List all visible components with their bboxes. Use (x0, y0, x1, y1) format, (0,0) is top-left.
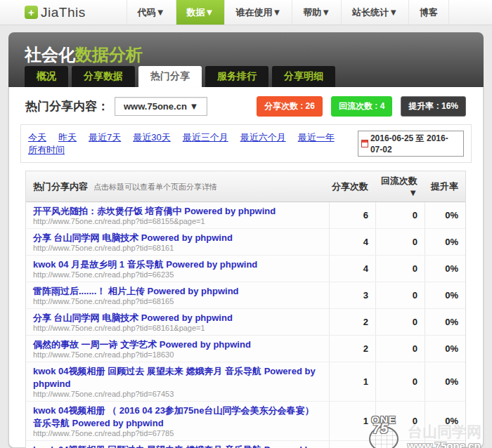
time-range-link[interactable]: 最近六个月 (240, 132, 286, 143)
row-return-count: 0 (375, 202, 425, 228)
row-share-count: 4 (329, 256, 375, 282)
content-header-label: 热门分享内容 (33, 181, 88, 192)
row-share-count: 2 (329, 336, 375, 362)
row-rate: 0% (425, 402, 465, 440)
row-content-cell: 偶然的事故 一周一诗 文学艺术 Powered by phpwind http:… (26, 336, 329, 362)
row-title-link[interactable]: kwok 04视频相册 回顾过去 展望未来 嫦娥奔月 音乐导航 Powered … (33, 366, 316, 389)
row-url: http://www.75one.cn/read.php?tid=67453 (33, 390, 323, 399)
table-row: 分享 台山同学网 电脑技术 Powered by phpwind http://… (26, 309, 465, 336)
row-title-link[interactable]: kwok 04 月是故乡明 1 音乐导航 Powered by phpwind (33, 259, 257, 270)
row-return-count: 0 (375, 336, 425, 362)
time-range-link[interactable]: 最近三个月 (183, 132, 228, 143)
row-title-link[interactable]: 分享 台山同学网 电脑技术 Powered by phpwind (33, 232, 233, 243)
row-url: http://www.75one.cn/read.php?tid=18630 (33, 350, 323, 360)
calendar-icon (361, 140, 368, 147)
filter-row: 热门分享内容： www.75one.cn ▼ 分享次数 : 26回流次数 : 4… (9, 87, 483, 124)
time-filter-bar: 今天昨天最近7天最近30天最近三个月最近六个月最近一年所有时间 2016-06-… (20, 124, 472, 163)
hot-share-table: 热门分享内容点击标题可以查看单个页面分享详情 分享次数 回流次数 ▼ 提升率 开… (25, 171, 466, 448)
time-range-link[interactable]: 今天 (28, 132, 46, 143)
column-header-content: 热门分享内容点击标题可以查看单个页面分享详情 (26, 180, 329, 193)
tab[interactable]: 分享数据 (72, 66, 135, 87)
stat-badges: 分享次数 : 26回流次数 : 4提升率 : 16% (248, 96, 466, 117)
row-content-cell: kwok 04视频相册 （ 2016 04 23参加75ne台山同学会美东分会春… (26, 402, 329, 440)
time-range-link[interactable]: 昨天 (58, 132, 77, 143)
row-rate: 0% (425, 336, 465, 362)
row-url: http://www.75one.cn/read.php?tid=68165 (33, 297, 323, 306)
row-return-count: 0 (375, 309, 425, 335)
column-header-rate[interactable]: 提升率 (425, 180, 465, 193)
column-header-share-count[interactable]: 分享次数 (329, 180, 375, 193)
row-title-link[interactable]: 雷阵雨过后.......！ 相片上传 Powered by phpwind (33, 286, 239, 296)
nav-menu-item[interactable]: 数据▼ (176, 0, 226, 25)
content-header-hint: 点击标题可以查看单个页面分享详情 (93, 183, 217, 191)
page-title-white: 社会化 (25, 45, 75, 64)
row-rate: 0% (425, 441, 465, 448)
tab[interactable]: 热门分享 (138, 66, 202, 87)
table-header-row: 热门分享内容点击标题可以查看单个页面分享详情 分享次数 回流次数 ▼ 提升率 (26, 171, 465, 202)
nav-menu-item[interactable]: 帮助▼ (292, 0, 342, 25)
table-row: 开平风光随拍：赤坎煲仔饭 培育僑中 Powered by phpwind htt… (26, 202, 465, 229)
row-content-cell: 分享 台山同学网 电脑技术 Powered by phpwind http://… (26, 309, 329, 335)
row-share-count: 4 (329, 229, 375, 255)
row-share-count: 1 (329, 441, 375, 448)
table-row: 雷阵雨过后.......！ 相片上传 Powered by phpwind ht… (26, 282, 465, 309)
jiathis-logo[interactable]: + JiaThis (0, 0, 98, 25)
row-rate: 0% (425, 362, 465, 401)
row-return-count: 0 (375, 282, 425, 308)
row-rate: 0% (425, 229, 465, 255)
date-range-value: 2016-06-25 至 2016-07-02 (370, 133, 459, 154)
row-url: http://www.75one.cn/read.php?tid=68161 (33, 244, 323, 253)
page-container: 社会化数据分析 概况分享数据热门分享服务排行分享明细 热门分享内容： www.7… (8, 32, 484, 448)
table-row: kwok 04 月是故乡明 1 音乐导航 Powered by phpwind … (26, 256, 465, 282)
row-content-cell: kwok 04视频相册 回顾过去 展望未来 嫦娥奔月 音乐导航 Powered … (26, 441, 329, 448)
row-share-count: 2 (329, 309, 375, 335)
row-content-cell: 开平风光随拍：赤坎煲仔饭 培育僑中 Powered by phpwind htt… (26, 202, 329, 228)
hero-header: 社会化数据分析 概况分享数据热门分享服务排行分享明细 (8, 32, 484, 87)
row-url: http://www.75one.cn/read.php?tid=68161&p… (33, 324, 323, 333)
page-title: 社会化数据分析 (8, 32, 484, 66)
row-share-count: 6 (329, 202, 375, 228)
date-range-input[interactable]: 2016-06-25 至 2016-07-02 (358, 131, 464, 157)
row-rate: 0% (425, 202, 465, 228)
row-share-count: 3 (329, 282, 375, 308)
top-navigation-bar: + JiaThis 代码▼数据▼谁在使用▼帮助▼站长统计▼博客 (0, 0, 492, 25)
time-range-link[interactable]: 最近30天 (133, 132, 170, 143)
section-label: 热门分享内容： (25, 98, 109, 114)
tab[interactable]: 分享明细 (272, 66, 335, 87)
logo-text: JiaThis (41, 5, 86, 20)
row-title-link[interactable]: kwok 04视频相册 （ 2016 04 23参加75ne台山同学会美东分会春… (33, 405, 314, 428)
row-title-link[interactable]: 开平风光随拍：赤坎煲仔饭 培育僑中 Powered by phpwind (33, 206, 276, 216)
time-range-link[interactable]: 所有时间 (28, 145, 65, 155)
table-body: 开平风光随拍：赤坎煲仔饭 培育僑中 Powered by phpwind htt… (26, 202, 465, 448)
table-row: kwok 04视频相册 回顾过去 展望未来 嫦娥奔月 音乐导航 Powered … (26, 441, 465, 448)
nav-menu-item[interactable]: 代码▼ (127, 0, 176, 25)
row-return-count: 0 (375, 256, 425, 282)
row-share-count: 1 (329, 362, 375, 401)
row-title-link[interactable]: 偶然的事故 一周一诗 文学艺术 Powered by phpwind (33, 339, 251, 350)
tab[interactable]: 服务排行 (205, 66, 268, 87)
tab[interactable]: 概况 (25, 66, 68, 87)
row-content-cell: 雷阵雨过后.......！ 相片上传 Powered by phpwind ht… (26, 282, 329, 308)
time-links: 今天昨天最近7天最近30天最近三个月最近六个月最近一年所有时间 (28, 131, 356, 157)
row-title-link[interactable]: 分享 台山同学网 电脑技术 Powered by phpwind (33, 312, 233, 323)
row-rate: 0% (425, 282, 465, 308)
column-header-return-count[interactable]: 回流次数 ▼ (375, 175, 425, 198)
row-title-link[interactable]: kwok 04视频相册 回顾过去 展望未来 嫦娥奔月 音乐导航 Powered … (33, 444, 316, 448)
row-url: http://www.75one.cn/read.php?tid=68155&p… (33, 217, 323, 226)
time-range-link[interactable]: 最近7天 (89, 132, 121, 143)
row-rate: 0% (425, 256, 465, 282)
nav-menu-item[interactable]: 站长统计▼ (342, 0, 409, 25)
table-row: kwok 04视频相册 （ 2016 04 23参加75ne台山同学会美东分会春… (26, 402, 465, 441)
content-panel: 热门分享内容： www.75one.cn ▼ 分享次数 : 26回流次数 : 4… (8, 87, 484, 448)
row-return-count: 0 (375, 402, 425, 440)
site-select-dropdown[interactable]: www.75one.cn ▼ (115, 97, 207, 116)
nav-menu-item[interactable]: 博客 (409, 0, 449, 25)
stat-badge: 分享次数 : 26 (257, 96, 323, 117)
row-url: http://www.75one.cn/read.php?tid=67785 (33, 429, 323, 438)
table-row: 偶然的事故 一周一诗 文学艺术 Powered by phpwind http:… (26, 336, 465, 362)
time-range-link[interactable]: 最近一年 (298, 132, 335, 143)
nav-menu-item[interactable]: 谁在使用▼ (225, 0, 292, 25)
row-url: http://www.75one.cn/read.php?tid=66235 (33, 270, 323, 279)
row-return-count: 0 (375, 441, 425, 448)
row-content-cell: kwok 04视频相册 回顾过去 展望未来 嫦娥奔月 音乐导航 Powered … (26, 362, 329, 401)
